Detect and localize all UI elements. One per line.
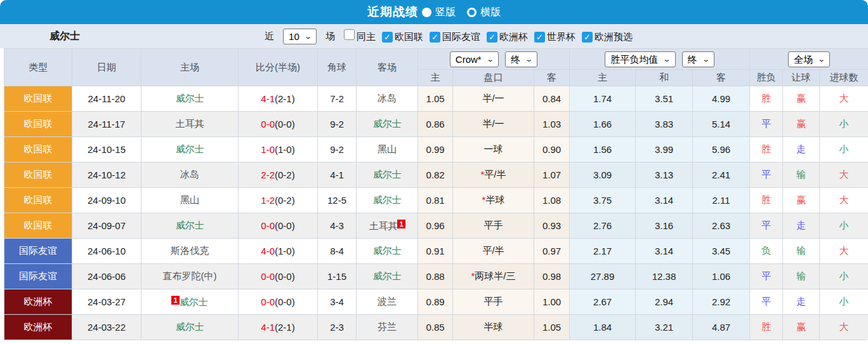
cell-odds-home: 0.82 xyxy=(418,162,453,188)
radio-vertical-layout[interactable]: 竖版 xyxy=(422,6,456,19)
handicap-text: 半球 xyxy=(485,194,504,205)
cell-win-draw-loss: 负 xyxy=(750,239,783,264)
subcol-goals: 进球数 xyxy=(820,70,868,86)
table-row: 欧国联24-09-07威尔士0-0(0-0)4-3土耳其10.96平手0.932… xyxy=(4,213,868,239)
fulltime-select[interactable]: 全场 ⌄ xyxy=(788,51,830,67)
col-header-away: 客场 xyxy=(357,49,418,86)
competition-type-badge: 欧洲杯 xyxy=(4,289,72,314)
cell-away-team: 威尔士 xyxy=(357,188,418,213)
team-name-link[interactable]: 威尔士 xyxy=(176,93,204,103)
subcol-avg-draw: 和 xyxy=(636,70,693,86)
team-name-link[interactable]: 芬兰 xyxy=(378,321,397,332)
col-header-type: 类型 xyxy=(4,49,72,86)
cell-avg-home: 2.67 xyxy=(570,289,636,315)
cell-avg-home: 2.17 xyxy=(570,239,636,264)
handicap-text: 半/一 xyxy=(482,118,504,129)
cell-goals-result: 大 xyxy=(820,239,868,264)
radio-unselected-icon[interactable] xyxy=(467,8,477,17)
cell-handicap: *平/半 xyxy=(453,162,534,188)
team-name-link[interactable]: 冰岛 xyxy=(180,169,199,180)
team-name-link[interactable]: 威尔士 xyxy=(176,143,204,154)
team-name-link[interactable]: 黑山 xyxy=(378,143,397,154)
cell-score: 0-0(0-0) xyxy=(239,264,318,289)
team-name-link[interactable]: 威尔士 xyxy=(373,270,402,281)
cell-goals-result: 大 xyxy=(820,315,868,340)
team-name-link[interactable]: 威尔士 xyxy=(373,169,402,180)
cell-corners: 12-5 xyxy=(318,188,357,213)
cell-away-team: 威尔士 xyxy=(357,264,418,289)
cell-handicap-result: 赢 xyxy=(783,188,820,213)
team-name-link[interactable]: 土耳其 xyxy=(176,118,204,129)
team-name-link[interactable]: 冰岛 xyxy=(378,93,397,103)
handicap-text: 平手 xyxy=(484,220,503,230)
cell-avg-away: 5.96 xyxy=(693,137,750,162)
checkbox-checked[interactable]: ✓ xyxy=(534,32,545,43)
checkbox-label[interactable]: 国际友谊 xyxy=(442,31,480,42)
cell-avg-away: 4.99 xyxy=(693,86,750,112)
radio-horizontal-label: 横版 xyxy=(480,6,501,19)
result-group-header: 全场 ⌄ xyxy=(750,49,868,70)
team-name-link[interactable]: 威尔士 xyxy=(373,245,402,256)
checkbox-checked[interactable]: ✓ xyxy=(582,32,593,43)
handicap-text: 一球 xyxy=(484,143,503,154)
cell-date: 24-03-27 xyxy=(72,289,141,315)
odds-time-select[interactable]: 终 ⌄ xyxy=(505,51,537,67)
cell-home-team: 1威尔士 xyxy=(141,289,239,315)
cell-date: 24-11-20 xyxy=(72,86,141,112)
cell-home-team: 黑山 xyxy=(141,188,239,213)
cell-handicap: 一球 xyxy=(453,137,534,162)
checkbox-checked[interactable]: ✓ xyxy=(430,32,440,43)
cell-corners: 9-2 xyxy=(318,112,357,137)
cell-competition-type: 欧国联 xyxy=(4,86,72,112)
cell-competition-type: 欧洲杯 xyxy=(4,289,72,315)
checkbox-checked[interactable]: ✓ xyxy=(487,32,497,43)
avg-time-select[interactable]: 终 ⌄ xyxy=(682,51,714,67)
radio-horizontal-layout[interactable]: 横版 xyxy=(467,6,501,19)
team-name-link[interactable]: 威尔士 xyxy=(176,321,204,332)
chevron-down-icon: ⌄ xyxy=(662,53,671,65)
match-count-select[interactable]: 10 ⌄ xyxy=(283,29,317,44)
cell-win-draw-loss: 胜 xyxy=(750,188,783,213)
halftime-score: (0-2) xyxy=(275,195,295,206)
fulltime-score: 4-0 xyxy=(261,246,275,256)
cell-score: 4-1(2-1) xyxy=(239,315,318,340)
fulltime-score: 4-1 xyxy=(261,93,275,104)
cell-score: 0-0(0-0) xyxy=(239,213,318,239)
competition-type-badge: 欧国联 xyxy=(4,162,72,187)
cell-date: 24-06-10 xyxy=(72,239,141,264)
cell-corners: 1-15 xyxy=(318,264,357,289)
checkbox-checked[interactable]: ✓ xyxy=(382,32,393,43)
cell-date: 24-10-15 xyxy=(72,137,141,162)
wdl-average-select[interactable]: 胜平负均值 ⌄ xyxy=(605,51,675,67)
checkbox-label[interactable]: 欧国联 xyxy=(395,31,423,42)
team-name-link[interactable]: 波兰 xyxy=(378,296,397,307)
checkbox-label[interactable]: 世界杯 xyxy=(547,31,575,42)
results-table-wrap: 类型 日期 主场 比分(半场) 角球 客场 Crow* ⌄ 终 xyxy=(0,48,868,340)
checkbox-label[interactable]: 欧洲杯 xyxy=(499,31,528,42)
table-row: 欧洲杯24-03-22威尔士4-1(2-1)2-3芬兰0.85半球1.051.8… xyxy=(4,315,868,340)
checkbox-unchecked[interactable] xyxy=(344,29,355,40)
halftime-score: (0-0) xyxy=(275,220,295,231)
team-name-link[interactable]: 黑山 xyxy=(180,194,199,205)
bookmaker-select[interactable]: Crow* ⌄ xyxy=(450,51,499,67)
checkbox-label[interactable]: 欧洲预选 xyxy=(595,31,633,42)
team-name-link[interactable]: 威尔士 xyxy=(180,296,208,307)
cell-handicap-result: 走 xyxy=(783,289,820,315)
chevron-down-icon: ⌄ xyxy=(525,53,533,65)
halftime-score: (0-2) xyxy=(275,169,295,180)
table-row: 欧国联24-11-17土耳其0-0(0-0)9-2威尔士0.86半/一1.031… xyxy=(4,112,868,137)
cell-odds-away: 1.00 xyxy=(534,289,570,315)
team-name-link[interactable]: 威尔士 xyxy=(373,194,402,205)
team-name-link[interactable]: 斯洛伐克 xyxy=(171,245,209,256)
radio-selected-icon[interactable] xyxy=(422,8,431,17)
team-name-link[interactable]: 直布罗陀(中) xyxy=(163,270,217,281)
team-name-link[interactable]: 土耳其 xyxy=(369,220,397,231)
page-title: 近期战绩 xyxy=(367,4,418,20)
team-name-link[interactable]: 威尔士 xyxy=(373,118,402,129)
cell-goals-result: 大 xyxy=(820,162,868,188)
cell-odds-home: 0.99 xyxy=(418,137,453,162)
cell-home-team: 威尔士 xyxy=(141,137,239,162)
checkbox-label[interactable]: 同主 xyxy=(357,31,376,42)
team-name-link[interactable]: 威尔士 xyxy=(176,220,204,230)
cell-avg-home: 2.76 xyxy=(570,213,636,239)
